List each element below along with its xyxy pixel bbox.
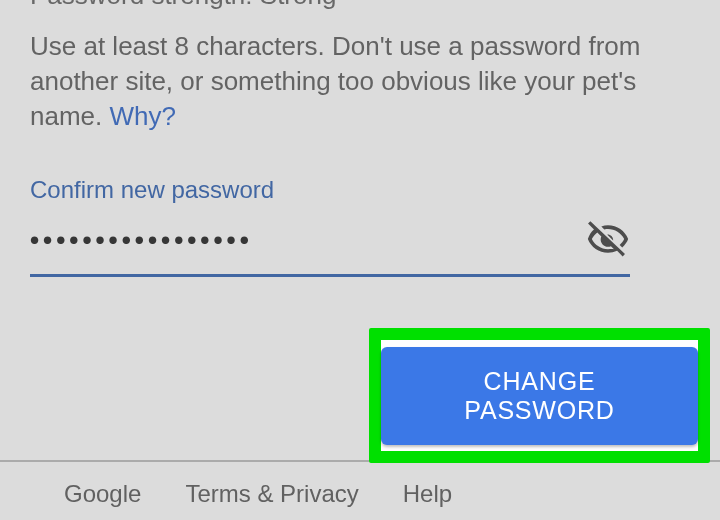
footer-google-link[interactable]: Google [64, 480, 141, 508]
change-password-button[interactable]: CHANGE PASSWORD [381, 347, 698, 445]
eye-off-icon[interactable] [586, 218, 630, 262]
why-link[interactable]: Why? [110, 101, 176, 131]
password-hint: Use at least 8 characters. Don't use a p… [30, 29, 670, 134]
password-strength-line: Password strength: Strong [30, 0, 690, 11]
password-masked-value: ••••••••••••••••• [30, 225, 253, 256]
footer-terms-link[interactable]: Terms & Privacy [185, 480, 358, 508]
footer: Google Terms & Privacy Help [0, 460, 720, 520]
footer-help-link[interactable]: Help [403, 480, 452, 508]
confirm-password-input[interactable]: ••••••••••••••••• [30, 218, 630, 277]
strength-value: Strong [260, 0, 337, 10]
confirm-password-label: Confirm new password [30, 176, 690, 204]
strength-label: Password strength: [30, 0, 253, 10]
highlight-frame: CHANGE PASSWORD [369, 328, 710, 463]
